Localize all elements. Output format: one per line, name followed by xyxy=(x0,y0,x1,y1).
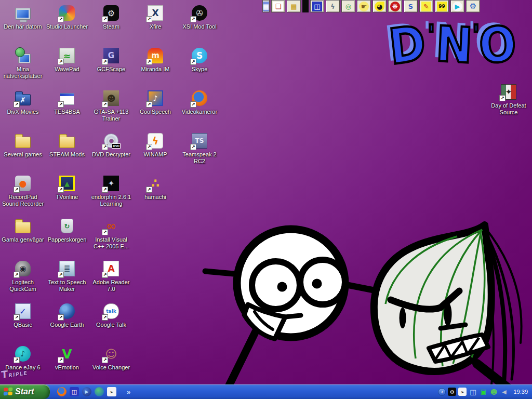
desktop-icon-gcfscape[interactable]: G↗GCFScape xyxy=(89,47,133,73)
desktop-icon-vemotion[interactable]: V↗vEmotion xyxy=(45,345,89,371)
shortcut-arrow-overlay: ↗ xyxy=(146,101,152,108)
cd-burner-icon-glyph[interactable]: ◎ xyxy=(343,2,353,11)
desktop-icon-winamp[interactable]: ϟ↗WINAMP xyxy=(134,132,177,158)
program-folder-icon-glyph[interactable]: ▤ xyxy=(289,2,299,11)
desktop-icon-coolspeech[interactable]: ♪↗CoolSpeech xyxy=(134,89,177,115)
blue-s-icon-glyph[interactable]: S xyxy=(406,2,416,11)
desktop-icon-wavepad[interactable]: ≈↗WavePad xyxy=(45,47,89,73)
desktop-icon-text-to-speech-maker[interactable]: ≣↗Text to Speech Maker xyxy=(45,260,89,292)
desktop-icon-miranda-im[interactable]: m↗Miranda IM xyxy=(134,47,177,73)
shortcut-arrow-overlay: ↗ xyxy=(102,144,108,150)
desktop-icon-my-network-places[interactable]: Mina nätverksplatser xyxy=(1,47,45,79)
settings-gear-icon-glyph[interactable]: ⚙ xyxy=(468,2,478,11)
desktop-icon-day-of-defeat-source[interactable]: ✦↗Day of Defeat Source xyxy=(487,83,530,116)
icon-label: hamachi xyxy=(144,194,166,201)
clone-dvd-hand-icon[interactable]: ☛ xyxy=(357,0,371,12)
icon-label: Videokameror xyxy=(182,109,217,115)
desktop-icon-my-computer[interactable]: Den här datorn xyxy=(1,4,45,30)
desktop-icon-dvd-decrypter[interactable]: DVD↗DVD Decrypter xyxy=(89,132,133,158)
desktop-icon-endorphin[interactable]: ✦↗endorphin 2.6.1 Learning xyxy=(89,175,133,207)
icon-label: Studio Launcher xyxy=(46,23,88,30)
icon-label: Papperskorgen xyxy=(48,236,87,243)
blue-s-icon[interactable]: S xyxy=(404,0,418,12)
desktop-icon-voice-changer[interactable]: ☺↗Voice Changer xyxy=(89,345,133,371)
program-stack-icon-glyph[interactable]: ❏ xyxy=(273,2,283,11)
firefox-icon[interactable] xyxy=(57,387,66,396)
papperskorgen-icon: ↻ xyxy=(58,217,76,235)
my-computer-icon xyxy=(14,4,32,22)
hamachi-network-icon[interactable]: ▣ xyxy=(479,388,487,396)
steam-tray-icon[interactable]: ⚙ xyxy=(448,388,456,396)
red-runner-icon[interactable]: ❋ xyxy=(388,0,402,12)
program-stack-icon[interactable]: ❏ xyxy=(271,0,285,12)
icon-label: vEmotion xyxy=(55,364,79,371)
desktop-icon-skype[interactable]: S↗Skype xyxy=(178,47,221,73)
swoosh-arrow-tray-icon[interactable]: ➢ xyxy=(458,388,467,396)
desktop-icon-xfire[interactable]: X↗Xfire xyxy=(134,4,177,30)
program-folder-icon[interactable]: ▤ xyxy=(287,0,301,12)
speaker-monitor-icon[interactable]: ◫ xyxy=(469,388,477,396)
desktop-icon-layer: Den här datorn↗Studio Launcher⚙↗SteamX↗X… xyxy=(0,0,532,399)
floppy-save-icon-glyph[interactable]: ◫ xyxy=(312,2,322,11)
desktop-icon-gta-sa-trainer[interactable]: ☻↗GTA-SA +113 Trainer xyxy=(89,89,133,122)
tvonline-icon: ▲↗ xyxy=(58,175,76,192)
floppy-save-icon[interactable]: ◫ xyxy=(70,387,79,396)
floppy-save-icon[interactable]: ◫ xyxy=(310,0,324,12)
cd-burner-icon[interactable]: ◎ xyxy=(341,0,355,12)
swoosh-arrow-icon[interactable]: ➢ xyxy=(107,387,116,396)
red-runner-icon-glyph[interactable]: ❋ xyxy=(390,2,400,11)
media-play-icon[interactable]: ▶ xyxy=(450,0,464,12)
xfire-icon: X↗ xyxy=(147,4,164,22)
desktop-icon-studio-launcher[interactable]: ↗Studio Launcher xyxy=(45,4,89,30)
desktop-icon-google-talk[interactable]: talk↗Google Talk xyxy=(89,302,133,328)
computer-99-icon-glyph[interactable]: 99 xyxy=(437,2,447,11)
desktop-icon-divx-movies[interactable]: ✗↗DivX Movies xyxy=(1,89,45,115)
endorphin-icon: ✦↗ xyxy=(102,175,120,192)
steam-mods-icon xyxy=(58,132,76,150)
desktop-icon-qbasic[interactable]: ✓↗QBasic xyxy=(1,302,45,328)
web-search-globe-icon[interactable] xyxy=(95,387,104,396)
notepad-pencil-icon-glyph[interactable]: ✎ xyxy=(421,2,431,11)
lightning-icon-glyph[interactable]: ϟ xyxy=(328,2,338,11)
media-player-icon[interactable]: ▶ xyxy=(82,387,91,396)
desktop-icon-steam-mods[interactable]: STEAM Mods xyxy=(45,132,89,158)
install-vcpp-icon: ∞↗ xyxy=(102,217,120,235)
desktop-icon-papperskorgen[interactable]: ↻Papperskorgen xyxy=(45,217,89,243)
desktop-icon-adobe-reader[interactable]: A↗Adobe Reader 7.0 xyxy=(89,260,133,292)
icon-label: GTA-SA +113 Trainer xyxy=(89,109,133,122)
desktop-icon-several-games[interactable]: Several games xyxy=(1,132,45,158)
desktop-icon-tes4bsa[interactable]: ↗TES4BSA xyxy=(45,89,89,115)
desktop-icon-dance-ejay[interactable]: ♪↗Dance eJay 6 xyxy=(1,345,45,371)
desktop-icon-install-vcpp[interactable]: ∞↗Install Visual C++ 2005 E... xyxy=(89,217,133,250)
ashampoo-leaf-icon[interactable]: ◕ xyxy=(373,0,387,12)
launcher-partial-icon-glyph[interactable]: ▦ xyxy=(263,2,269,11)
desktop-icon-gamla-genvagar[interactable]: Gamla genvägar xyxy=(1,217,45,243)
adobe-reader-icon: A↗ xyxy=(102,260,120,277)
icon-label: CoolSpeech xyxy=(140,109,171,115)
volume-icon[interactable]: ◀ xyxy=(500,388,508,396)
quick-launch-overflow-chevron[interactable]: » xyxy=(124,388,134,396)
computer-99-icon[interactable]: 99 xyxy=(435,0,449,12)
desktop-icon-videokameror[interactable]: ↗Videokameror xyxy=(178,89,221,115)
lightning-icon[interactable]: ϟ xyxy=(326,0,340,12)
settings-gear-icon[interactable]: ⚙ xyxy=(466,0,480,12)
icon-label: QBasic xyxy=(14,322,32,328)
messenger-buddy-icon[interactable]: ☻ xyxy=(489,388,498,396)
desktop-icon-xsi-mod-tool[interactable]: ✇↗XSI Mod Tool xyxy=(178,4,221,30)
notepad-pencil-icon[interactable]: ✎ xyxy=(419,0,433,12)
clone-dvd-hand-icon-glyph[interactable]: ☛ xyxy=(359,2,369,11)
launcher-partial-icon[interactable]: ▦ xyxy=(262,0,270,12)
start-button[interactable]: Start xyxy=(0,384,50,399)
desktop-icon-google-earth[interactable]: ↗Google Earth xyxy=(45,302,89,328)
desktop-icon-tvonline[interactable]: ▲↗TVonline xyxy=(45,175,89,201)
ashampoo-leaf-icon-glyph[interactable]: ◕ xyxy=(375,2,384,11)
desktop-icon-steam[interactable]: ⚙↗Steam xyxy=(89,4,133,30)
shortcut-arrow-overlay: ↗ xyxy=(14,272,20,278)
hide-inactive-icons-chevron[interactable]: ‹ xyxy=(438,388,446,396)
desktop-icon-teamspeak-2[interactable]: TS↗Teamspeak 2 RC2 xyxy=(178,132,221,165)
icon-label: TVonline xyxy=(56,194,78,201)
media-play-icon-glyph[interactable]: ▶ xyxy=(453,2,462,11)
desktop-icon-recordpad[interactable]: ●↗RecordPad Sound Recorder xyxy=(1,175,45,207)
desktop-icon-hamachi[interactable]: ∴↗hamachi xyxy=(134,175,177,201)
desktop-icon-logitech-quickcam[interactable]: ◉↗Logitech QuickCam xyxy=(1,260,45,292)
